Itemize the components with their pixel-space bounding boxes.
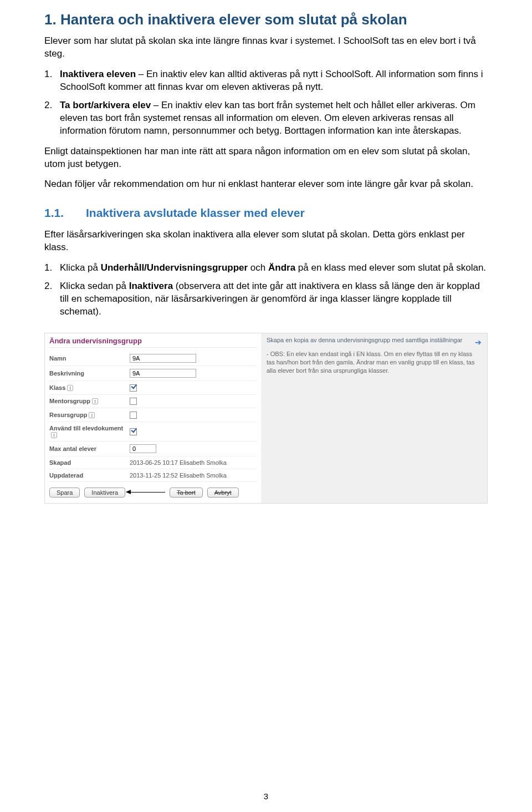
info-note: - OBS: En elev kan endast ingå i EN klas…	[267, 350, 482, 375]
row-uppdaterad: Uppdaterad 2013-11-25 12:52 Elisabeth Sm…	[49, 469, 257, 482]
row-elevdokument: Använd till elevdokument!	[49, 422, 257, 441]
row-beskrivning: Beskrivning	[49, 366, 257, 381]
label-elevdokument: Använd till elevdokument!	[49, 425, 130, 438]
form-title: Ändra undervisningsgrupp	[49, 337, 257, 348]
paragraph-recommendation: Nedan följer vår rekommendation om hur n…	[44, 178, 488, 191]
button-row: Spara Inaktivera Ta bort Avbryt	[49, 482, 257, 498]
info-icon[interactable]: !	[92, 398, 98, 404]
input-namn[interactable]	[130, 354, 196, 363]
checkbox-mentorsgrupp[interactable]	[130, 398, 137, 405]
label-namn: Namn	[49, 355, 130, 362]
row-max-elever: Max antal elever	[49, 441, 257, 456]
paragraph-after-archiving: Efter läsårsarkiveringen ska skolan inak…	[44, 229, 488, 254]
row-namn: Namn	[49, 351, 257, 366]
list-number: 1.	[44, 68, 52, 81]
row-klass: Klass!	[49, 381, 257, 395]
label-resursgrupp: Resursgrupp!	[49, 412, 130, 418]
heading-1: 1. Hantera och inaktivera elever som slu…	[44, 11, 488, 28]
input-beskrivning[interactable]	[130, 369, 196, 378]
step2-pre: Klicka sedan på	[60, 281, 129, 291]
step1-mid: och	[248, 262, 268, 273]
copy-group-link-text: Skapa en kopia av denna undervisningsgru…	[267, 337, 462, 343]
tabort-button[interactable]: Ta bort	[170, 488, 203, 498]
step1-b1: Underhåll/Undervisningsgrupper	[101, 262, 248, 273]
definition-item-2: 2. Ta bort/arkivera elev – En inaktiv el…	[60, 99, 488, 138]
value-uppdaterad: 2013-11-25 12:52 Elisabeth Smolka	[130, 472, 257, 479]
copy-group-link[interactable]: Skapa en kopia av denna undervisningsgru…	[267, 337, 482, 347]
spara-button[interactable]: Spara	[49, 488, 80, 498]
step1-pre: Klicka på	[60, 262, 101, 273]
step-item-2: 2. Klicka sedan på Inaktivera (observera…	[60, 280, 488, 318]
info-icon[interactable]: !	[89, 412, 95, 418]
value-skapad: 2013-06-25 10:17 Elisabeth Smolka	[130, 459, 257, 466]
definition-list: 1. Inaktivera eleven – En inaktiv elev k…	[44, 68, 488, 138]
term-bold: Inaktivera eleven	[60, 69, 136, 79]
term-bold: Ta bort/arkivera elev	[60, 100, 151, 110]
paragraph-datainspektionen: Enligt datainspektionen har man inte rät…	[44, 145, 488, 171]
label-max-elever: Max antal elever	[49, 445, 130, 452]
checkbox-resursgrupp[interactable]	[130, 412, 137, 419]
definition-item-1: 1. Inaktivera eleven – En inaktiv elev k…	[60, 68, 488, 94]
steps-list: 1. Klicka på Underhåll/Undervisningsgrup…	[44, 262, 488, 318]
row-skapad: Skapad 2013-06-25 10:17 Elisabeth Smolka	[49, 456, 257, 469]
checkbox-klass[interactable]	[130, 384, 137, 392]
label-beskrivning: Beskrivning	[49, 370, 130, 377]
label-klass: Klass!	[49, 384, 130, 391]
inaktivera-button[interactable]: Inaktivera	[84, 488, 125, 498]
label-uppdaterad: Uppdaterad	[49, 472, 130, 479]
step1-b2: Ändra	[268, 262, 295, 273]
heading-2-number: 1.1.	[44, 206, 86, 220]
label-skapad: Skapad	[49, 459, 130, 466]
avbryt-button[interactable]: Avbryt	[207, 488, 239, 498]
step2-b1: Inaktivera	[129, 281, 173, 291]
input-max-elever[interactable]	[130, 444, 156, 453]
form-panel: Ändra undervisningsgrupp Namn Beskrivnin…	[45, 333, 261, 503]
arrow-right-icon: ➔	[475, 337, 482, 347]
heading-2: 1.1.Inaktivera avslutade klasser med ele…	[44, 206, 488, 220]
list-number: 2.	[44, 280, 52, 293]
info-icon[interactable]: !	[67, 385, 73, 391]
info-panel: Skapa en kopia av denna undervisningsgru…	[261, 333, 487, 380]
heading-2-text: Inaktivera avslutade klasser med elever	[86, 206, 305, 219]
info-icon[interactable]: !	[51, 432, 57, 438]
step1-post: på en klass med elever som slutat på sko…	[295, 262, 486, 273]
step-item-1: 1. Klicka på Underhåll/Undervisningsgrup…	[60, 262, 488, 275]
label-mentorsgrupp: Mentorsgrupp!	[49, 398, 130, 404]
list-number: 2.	[44, 99, 52, 112]
list-number: 1.	[44, 262, 52, 275]
page-number: 3	[0, 791, 532, 801]
row-mentorsgrupp: Mentorsgrupp!	[49, 395, 257, 409]
callout-arrow-icon	[126, 492, 165, 493]
intro-paragraph: Elever som har slutat på skolan ska inte…	[44, 35, 488, 60]
row-resursgrupp: Resursgrupp!	[49, 408, 257, 422]
embedded-screenshot: Ändra undervisningsgrupp Namn Beskrivnin…	[44, 333, 488, 504]
checkbox-elevdokument[interactable]	[130, 428, 137, 435]
